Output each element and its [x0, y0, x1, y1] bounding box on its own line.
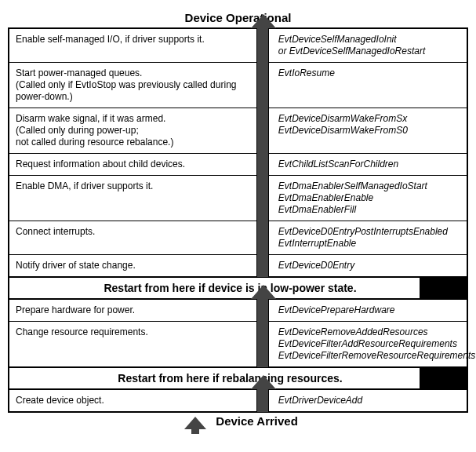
arrow-segment [256, 62, 269, 108]
arrow-up-icon [251, 14, 276, 28]
arrow-segment [256, 389, 269, 412]
arrow-segment [256, 28, 269, 63]
separator-label: Restart from here if rebalancing resourc… [9, 368, 420, 388]
step-description: Create device object. [9, 390, 256, 411]
step-description: Enable self-managed I/O, if driver suppo… [9, 29, 256, 62]
table-row: Notify driver of state change.EvtDeviceD… [9, 255, 467, 276]
separator-label: Restart from here if device is in low-po… [9, 278, 420, 298]
pnp-power-up-diagram: Device Operational Enable self-managed I… [0, 0, 476, 440]
table-row: Enable self-managed I/O, if driver suppo… [9, 29, 467, 63]
arrow-segment [256, 221, 269, 255]
table-row: Start power-managed queues.(Called only … [9, 63, 467, 108]
callback-names: EvtIoResume [256, 63, 467, 108]
arrow-segment [256, 108, 269, 154]
step-description: Notify driver of state change. [9, 255, 256, 276]
callback-names: EvtDriverDeviceAdd [256, 390, 467, 411]
footer-label: Device Arrived [216, 414, 298, 428]
separator-endcap [420, 368, 467, 388]
arrow-segment [256, 321, 269, 367]
arrow-up-icon [251, 375, 276, 389]
step-description: Enable DMA, if driver supports it. [9, 176, 256, 221]
footer-title: Device Arrived [8, 413, 468, 432]
callback-names: EvtDeviceD0Entry [256, 255, 467, 276]
arrow-up-icon [184, 415, 206, 429]
arrow-up-icon [251, 285, 276, 299]
step-description: Connect interrupts. [9, 221, 256, 254]
separator-endcap [420, 278, 467, 298]
step-description: Start power-managed queues.(Called only … [9, 63, 256, 108]
table-row: Prepare hardware for power.EvtDevicePrep… [9, 300, 467, 322]
arrow-segment [256, 299, 269, 322]
table-row: Disarm wake signal, if it was armed.(Cal… [9, 108, 467, 154]
sequence-table: Enable self-managed I/O, if driver suppo… [8, 27, 468, 413]
callback-names: EvtChildListScanForChildren [256, 154, 467, 175]
step-description: Change resource requirements. [9, 322, 256, 366]
callback-names: EvtDevicePrepareHardware [256, 300, 467, 321]
separator-rebalance: Restart from here if rebalancing resourc… [9, 366, 467, 390]
arrow-segment [256, 175, 269, 221]
callback-names: EvtDeviceD0EntryPostInterruptsEnabledEvt… [256, 221, 467, 254]
callback-names: EvtDeviceDisarmWakeFromSxEvtDeviceDisarm… [256, 108, 467, 153]
table-row: Create device object.EvtDriverDeviceAdd [9, 390, 467, 411]
step-description: Request information about child devices. [9, 154, 256, 175]
callback-names: EvtDeviceSelfManagedIoInitor EvtDeviceSe… [256, 29, 467, 62]
arrow-segment [256, 153, 269, 176]
table-row: Enable DMA, if driver supports it.EvtDma… [9, 176, 467, 221]
header-title: Device Operational [8, 8, 468, 27]
callback-names: EvtDmaEnablerSelfManagedIoStartEvtDmaEna… [256, 176, 467, 221]
table-row: Request information about child devices.… [9, 154, 467, 176]
callback-names: EvtDeviceRemoveAddedResourcesEvtDeviceFi… [256, 322, 467, 366]
step-description: Prepare hardware for power. [9, 300, 256, 321]
separator-low-power: Restart from here if device is in low-po… [9, 276, 467, 300]
table-row: Change resource requirements.EvtDeviceRe… [9, 322, 467, 366]
arrow-segment [256, 254, 269, 277]
step-description: Disarm wake signal, if it was armed.(Cal… [9, 108, 256, 153]
table-row: Connect interrupts.EvtDeviceD0EntryPostI… [9, 221, 467, 255]
